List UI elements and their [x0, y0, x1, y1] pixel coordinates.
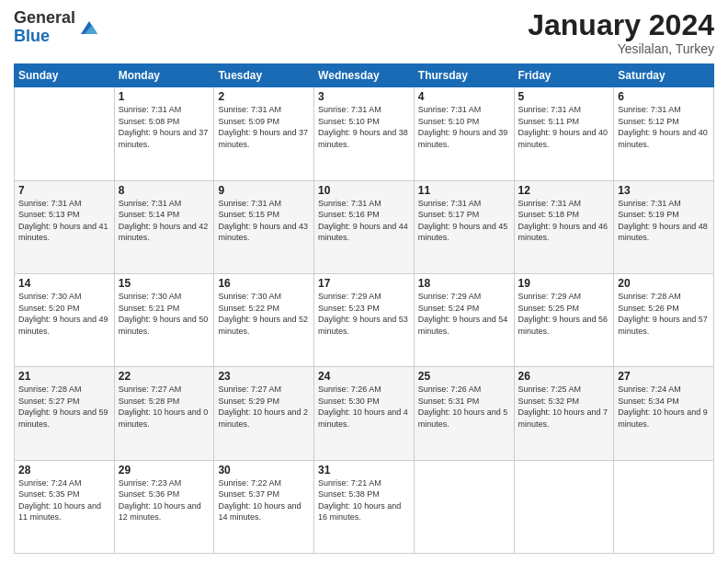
- day-number: 30: [218, 464, 310, 477]
- day-number: 20: [618, 277, 710, 290]
- sunrise: Sunrise: 7:31 AM: [618, 198, 710, 210]
- calendar-cell: 9 Sunrise: 7:31 AM Sunset: 5:15 PM Dayli…: [214, 180, 314, 273]
- day-number: 1: [119, 90, 210, 103]
- sunrise: Sunrise: 7:31 AM: [418, 104, 510, 116]
- sunrise: Sunrise: 7:24 AM: [18, 477, 110, 489]
- day-number: 7: [18, 184, 110, 197]
- day-info: Sunrise: 7:31 AM Sunset: 5:09 PM Dayligh…: [218, 104, 310, 150]
- daylight: Daylight: 9 hours and 54 minutes.: [418, 314, 510, 337]
- daylight: Daylight: 10 hours and 5 minutes.: [418, 407, 510, 430]
- day-number: 29: [119, 464, 210, 477]
- day-info: Sunrise: 7:30 AM Sunset: 5:20 PM Dayligh…: [18, 291, 110, 337]
- calendar-cell: 3 Sunrise: 7:31 AM Sunset: 5:10 PM Dayli…: [314, 87, 415, 180]
- calendar-week-2: 14 Sunrise: 7:30 AM Sunset: 5:20 PM Dayl…: [15, 273, 714, 366]
- sunrise: Sunrise: 7:23 AM: [119, 477, 210, 489]
- day-info: Sunrise: 7:21 AM Sunset: 5:38 PM Dayligh…: [318, 477, 410, 523]
- calendar-cell: 6 Sunrise: 7:31 AM Sunset: 5:12 PM Dayli…: [614, 87, 714, 180]
- page: General Blue January 2024 Yesilalan, Tur…: [0, 0, 728, 563]
- day-number: 3: [318, 90, 410, 103]
- sunrise: Sunrise: 7:31 AM: [218, 104, 310, 116]
- day-info: Sunrise: 7:23 AM Sunset: 5:36 PM Dayligh…: [119, 477, 210, 523]
- day-number: 17: [318, 277, 410, 290]
- sunrise: Sunrise: 7:31 AM: [18, 198, 110, 210]
- daylight: Daylight: 10 hours and 7 minutes.: [518, 407, 610, 430]
- day-info: Sunrise: 7:31 AM Sunset: 5:10 PM Dayligh…: [418, 104, 510, 150]
- sunset: Sunset: 5:09 PM: [218, 116, 310, 128]
- daylight: Daylight: 10 hours and 14 minutes.: [218, 500, 310, 523]
- sunset: Sunset: 5:13 PM: [18, 209, 110, 221]
- sunset: Sunset: 5:10 PM: [418, 116, 510, 128]
- calendar-cell: 20 Sunrise: 7:28 AM Sunset: 5:26 PM Dayl…: [614, 273, 714, 366]
- day-number: 26: [518, 370, 610, 383]
- daylight: Daylight: 9 hours and 57 minutes.: [618, 314, 710, 337]
- header: General Blue January 2024 Yesilalan, Tur…: [14, 9, 714, 56]
- daylight: Daylight: 9 hours and 48 minutes.: [618, 221, 710, 244]
- day-number: 18: [418, 277, 510, 290]
- sunset: Sunset: 5:23 PM: [318, 303, 410, 315]
- calendar-week-4: 28 Sunrise: 7:24 AM Sunset: 5:35 PM Dayl…: [15, 460, 714, 553]
- sunrise: Sunrise: 7:31 AM: [518, 198, 610, 210]
- day-info: Sunrise: 7:31 AM Sunset: 5:14 PM Dayligh…: [119, 198, 210, 244]
- logo-text: General Blue: [14, 9, 75, 46]
- daylight: Daylight: 9 hours and 41 minutes.: [18, 221, 110, 244]
- day-number: 13: [618, 184, 710, 197]
- day-info: Sunrise: 7:26 AM Sunset: 5:31 PM Dayligh…: [418, 384, 510, 430]
- daylight: Daylight: 9 hours and 39 minutes.: [418, 127, 510, 150]
- daylight: Daylight: 10 hours and 9 minutes.: [618, 407, 710, 430]
- day-info: Sunrise: 7:29 AM Sunset: 5:25 PM Dayligh…: [518, 291, 610, 337]
- sunrise: Sunrise: 7:26 AM: [318, 384, 410, 396]
- day-number: 4: [418, 90, 510, 103]
- sunset: Sunset: 5:14 PM: [119, 209, 210, 221]
- calendar-cell: 31 Sunrise: 7:21 AM Sunset: 5:38 PM Dayl…: [314, 460, 415, 553]
- sunset: Sunset: 5:32 PM: [518, 396, 610, 408]
- day-info: Sunrise: 7:31 AM Sunset: 5:08 PM Dayligh…: [119, 104, 210, 150]
- location: Yesilalan, Turkey: [528, 41, 714, 56]
- day-info: Sunrise: 7:31 AM Sunset: 5:16 PM Dayligh…: [318, 198, 410, 244]
- daylight: Daylight: 10 hours and 2 minutes.: [218, 407, 310, 430]
- daylight: Daylight: 9 hours and 49 minutes.: [18, 314, 110, 337]
- day-number: 31: [318, 464, 410, 477]
- calendar-cell: 10 Sunrise: 7:31 AM Sunset: 5:16 PM Dayl…: [314, 180, 415, 273]
- sunrise: Sunrise: 7:28 AM: [618, 291, 710, 303]
- sunrise: Sunrise: 7:27 AM: [119, 384, 210, 396]
- calendar-cell: 27 Sunrise: 7:24 AM Sunset: 5:34 PM Dayl…: [614, 367, 714, 460]
- sunset: Sunset: 5:15 PM: [218, 209, 310, 221]
- sunset: Sunset: 5:22 PM: [218, 303, 310, 315]
- day-info: Sunrise: 7:24 AM Sunset: 5:34 PM Dayligh…: [618, 384, 710, 430]
- sunset: Sunset: 5:21 PM: [119, 303, 210, 315]
- calendar-cell: 8 Sunrise: 7:31 AM Sunset: 5:14 PM Dayli…: [114, 180, 214, 273]
- day-info: Sunrise: 7:31 AM Sunset: 5:15 PM Dayligh…: [218, 198, 310, 244]
- calendar-cell: 25 Sunrise: 7:26 AM Sunset: 5:31 PM Dayl…: [414, 367, 514, 460]
- calendar-cell: 26 Sunrise: 7:25 AM Sunset: 5:32 PM Dayl…: [514, 367, 614, 460]
- calendar-cell: 24 Sunrise: 7:26 AM Sunset: 5:30 PM Dayl…: [314, 367, 415, 460]
- day-info: Sunrise: 7:31 AM Sunset: 5:11 PM Dayligh…: [518, 104, 610, 150]
- calendar-week-0: 1 Sunrise: 7:31 AM Sunset: 5:08 PM Dayli…: [15, 87, 714, 180]
- calendar-cell: [414, 460, 514, 553]
- calendar-cell: 17 Sunrise: 7:29 AM Sunset: 5:23 PM Dayl…: [314, 273, 415, 366]
- daylight: Daylight: 10 hours and 11 minutes.: [18, 500, 110, 523]
- calendar-cell: 22 Sunrise: 7:27 AM Sunset: 5:28 PM Dayl…: [114, 367, 214, 460]
- col-saturday: Saturday: [614, 64, 714, 87]
- sunrise: Sunrise: 7:24 AM: [618, 384, 710, 396]
- col-thursday: Thursday: [414, 64, 514, 87]
- sunset: Sunset: 5:25 PM: [518, 303, 610, 315]
- day-info: Sunrise: 7:29 AM Sunset: 5:24 PM Dayligh…: [418, 291, 510, 337]
- daylight: Daylight: 9 hours and 42 minutes.: [119, 221, 210, 244]
- daylight: Daylight: 10 hours and 4 minutes.: [318, 407, 410, 430]
- logo-general: General: [14, 9, 75, 28]
- sunset: Sunset: 5:37 PM: [218, 488, 310, 500]
- day-info: Sunrise: 7:30 AM Sunset: 5:22 PM Dayligh…: [218, 291, 310, 337]
- sunset: Sunset: 5:38 PM: [318, 488, 410, 500]
- sunset: Sunset: 5:20 PM: [18, 303, 110, 315]
- day-number: 19: [518, 277, 610, 290]
- day-number: 2: [218, 90, 310, 103]
- calendar-cell: 23 Sunrise: 7:27 AM Sunset: 5:29 PM Dayl…: [214, 367, 314, 460]
- col-friday: Friday: [514, 64, 614, 87]
- daylight: Daylight: 9 hours and 50 minutes.: [119, 314, 210, 337]
- sunrise: Sunrise: 7:31 AM: [518, 104, 610, 116]
- sunset: Sunset: 5:28 PM: [119, 396, 210, 408]
- day-number: 16: [218, 277, 310, 290]
- day-info: Sunrise: 7:31 AM Sunset: 5:10 PM Dayligh…: [318, 104, 410, 150]
- sunset: Sunset: 5:18 PM: [518, 209, 610, 221]
- day-number: 14: [18, 277, 110, 290]
